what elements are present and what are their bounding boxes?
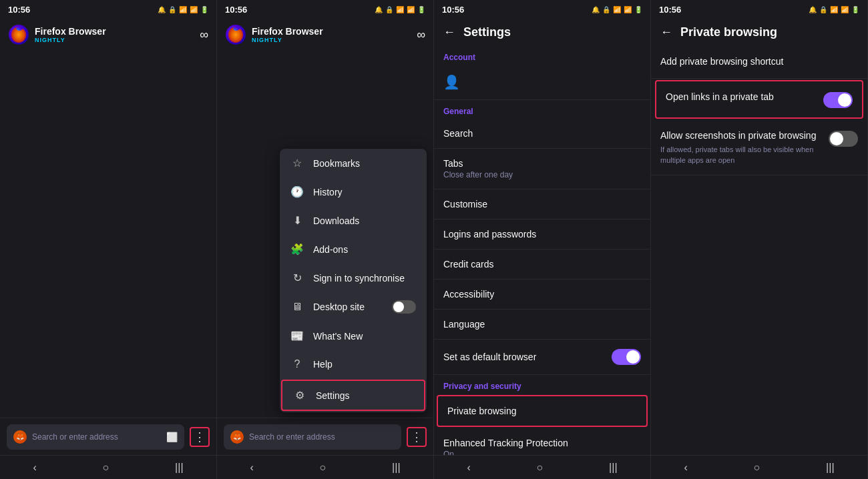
status-icons-2: 🔔 🔒 📶 📶 🔋 — [375, 6, 425, 13]
settings-back-arrow[interactable]: ← — [443, 25, 455, 39]
help-icon: ? — [290, 358, 304, 370]
menu-whatsnew[interactable]: 📰 What's New — [280, 322, 427, 350]
main-content-1 — [0, 51, 216, 418]
home-nav-4[interactable]: ○ — [754, 462, 761, 474]
private-content: Private browsing — [447, 406, 637, 416]
status-bar-1: 10:56 🔔 🔒 📶 📶 🔋 — [0, 0, 216, 19]
pb-shortcut[interactable]: Add private browsing shortcut — [651, 46, 867, 79]
pb-screenshots-toggle-btn[interactable] — [829, 131, 858, 147]
tabs-item-title: Tabs — [443, 158, 641, 169]
firefox-icon-1 — [8, 24, 29, 45]
status-time-1: 10:56 — [8, 5, 30, 15]
bell-icon-4: 🔔 — [809, 6, 817, 13]
pb-links-knob — [838, 93, 851, 107]
settings-tracking[interactable]: Enhanced Tracking Protection On — [434, 428, 650, 455]
recent-nav-3[interactable]: ||| — [609, 462, 617, 474]
pb-screenshots-toggle[interactable] — [829, 131, 858, 147]
wifi-icon-3: 📶 — [613, 6, 621, 13]
browser-label-1: Firefox Browser — [35, 26, 106, 37]
battery-icon: 🔋 — [200, 6, 208, 13]
recent-nav-1[interactable]: ||| — [175, 462, 183, 474]
settings-private-browsing[interactable]: Private browsing — [437, 395, 648, 427]
settings-language[interactable]: Language — [434, 310, 650, 340]
recent-nav-4[interactable]: ||| — [826, 462, 834, 474]
pb-list: Add private browsing shortcut Open links… — [651, 46, 867, 455]
logins-title: Logins and passwords — [443, 229, 641, 240]
settings-logins[interactable]: Logins and passwords — [434, 219, 650, 250]
sync-label: Sign in to synchronise — [313, 273, 405, 284]
home-nav-1[interactable]: ○ — [103, 462, 110, 474]
settings-customise[interactable]: Customise — [434, 189, 650, 219]
home-nav-3[interactable]: ○ — [537, 462, 544, 474]
desktop-toggle-btn[interactable] — [392, 300, 416, 314]
pb-screenshots[interactable]: Allow screenshots in private browsing If… — [651, 120, 867, 175]
settings-default-browser[interactable]: Set as default browser — [434, 340, 650, 375]
menu-dots-2[interactable]: ⋮ — [407, 427, 427, 447]
lang-title: Language — [443, 319, 641, 330]
menu-downloads[interactable]: ⬇ Downloads — [280, 206, 427, 235]
default-browser-toggle[interactable] — [612, 349, 641, 365]
pb-screenshots-knob — [830, 132, 843, 145]
firefox-icon-2 — [225, 24, 246, 45]
account-icon-item[interactable]: 👤 — [434, 65, 650, 100]
menu-sync[interactable]: ↻ Sign in to synchronise — [280, 264, 427, 292]
settings-accessibility[interactable]: Accessibility — [434, 280, 650, 310]
dropdown-menu: ☆ Bookmarks 🕐 History ⬇ Downloads 🧩 Add-… — [280, 149, 427, 412]
pb-open-links[interactable]: Open links in a private tab — [655, 80, 863, 119]
menu-history[interactable]: 🕐 History — [280, 177, 427, 206]
settings-creditcards[interactable]: Credit cards — [434, 250, 650, 280]
pb-links-toggle[interactable] — [823, 92, 853, 108]
bottom-nav-3: ‹ ○ ||| — [434, 455, 650, 479]
pb-back-arrow[interactable]: ← — [660, 25, 672, 39]
status-time-4: 10:56 — [659, 5, 681, 15]
signal-icon-3: 📶 — [624, 6, 632, 13]
settings-search[interactable]: Search — [434, 119, 650, 149]
desktop-toggle-knob — [393, 302, 404, 312]
settings-icon: ⚙ — [293, 389, 306, 402]
menu-settings[interactable]: ⚙ Settings — [281, 380, 425, 411]
menu-help[interactable]: ? Help — [280, 350, 427, 378]
tracking-title: Enhanced Tracking Protection — [443, 438, 641, 448]
menu-bookmarks[interactable]: ☆ Bookmarks — [280, 149, 427, 177]
menu-desktop[interactable]: 🖥 Desktop site — [280, 292, 427, 322]
search-bar-1[interactable]: 🦊 Search or enter address ⬜ — [7, 424, 184, 450]
bottom-nav-4: ‹ ○ ||| — [651, 455, 867, 479]
pb-shortcut-content: Add private browsing shortcut — [660, 55, 858, 69]
access-content: Accessibility — [443, 289, 641, 300]
sync-icon: ↻ — [290, 272, 304, 284]
credit-content: Credit cards — [443, 259, 641, 270]
panel-3: 10:56 🔔 🔒 📶 📶 🔋 ← Settings Account 👤 Gen… — [434, 0, 651, 479]
home-nav-2[interactable]: ○ — [320, 462, 327, 474]
default-content: Set as default browser — [443, 352, 612, 362]
menu-dots-1[interactable]: ⋮ — [190, 427, 210, 447]
status-bar-2: 10:56 🔔 🔒 📶 📶 🔋 — [217, 0, 433, 19]
pb-links-toggle-btn[interactable] — [823, 92, 853, 108]
back-nav-3[interactable]: ‹ — [467, 462, 470, 474]
settings-header: ← Settings — [434, 19, 650, 46]
search-bar-2[interactable]: 🦊 Search or enter address — [224, 424, 401, 450]
history-icon: 🕐 — [290, 185, 304, 198]
addons-icon: 🧩 — [290, 243, 304, 256]
settings-label: Settings — [316, 390, 350, 401]
tabs-item-sub: Close after one day — [443, 170, 641, 179]
whatsnew-icon: 📰 — [290, 330, 304, 342]
browser-label-2: Firefox Browser — [252, 26, 323, 37]
nav-icons-2: ⋮ — [407, 427, 427, 447]
settings-tabs[interactable]: Tabs Close after one day — [434, 149, 650, 189]
menu-addons[interactable]: 🧩 Add-ons — [280, 235, 427, 264]
firefox-logo-2: Firefox Browser NIGHTLY — [225, 24, 323, 45]
status-icons-3: 🔔 🔒 📶 📶 🔋 — [592, 6, 642, 13]
infinity-icon-2: ∞ — [417, 28, 425, 42]
desktop-toggle[interactable] — [392, 300, 416, 314]
back-nav-1[interactable]: ‹ — [33, 462, 36, 474]
credit-title: Credit cards — [443, 259, 641, 270]
settings-list: Account 👤 General Search Tabs Close afte… — [434, 46, 650, 455]
lock-icon: 🔒 — [168, 6, 176, 13]
nav-icons-1: ⋮ — [190, 427, 210, 447]
back-nav-2[interactable]: ‹ — [250, 462, 253, 474]
firefox-logo-1: Firefox Browser NIGHTLY — [8, 24, 106, 45]
section-privacy: Privacy and security — [434, 375, 650, 394]
back-nav-4[interactable]: ‹ — [684, 462, 687, 474]
battery-icon-3: 🔋 — [634, 6, 642, 13]
recent-nav-2[interactable]: ||| — [392, 462, 400, 474]
